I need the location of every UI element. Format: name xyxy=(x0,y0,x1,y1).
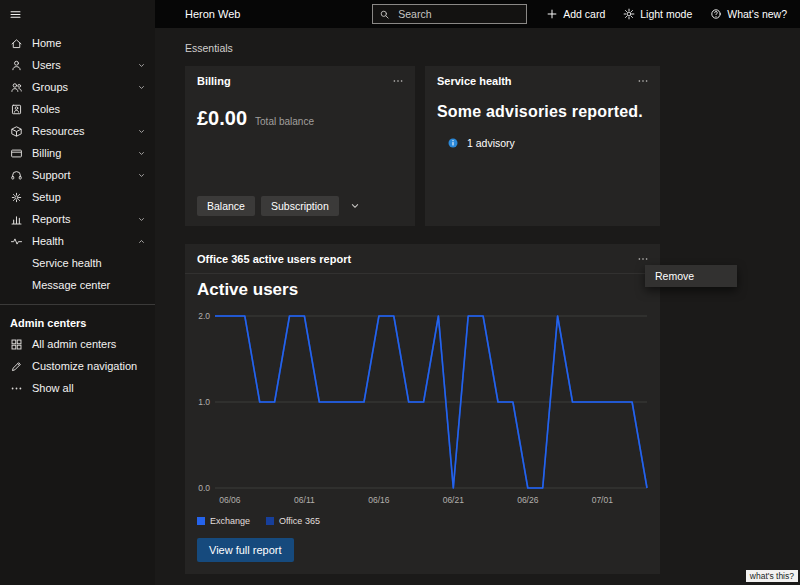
topbar-actions: Add cardLight modeWhat's new? xyxy=(537,0,796,28)
sidebar-item-label: Users xyxy=(32,59,61,71)
legend-item-office-365[interactable]: Office 365 xyxy=(266,516,320,526)
essentials-cards-row: Billing £0.00 Total balance Balance Subs… xyxy=(185,66,800,226)
sidebar-item-billing[interactable]: Billing xyxy=(0,142,155,164)
service-health-headline: Some advisories reported. xyxy=(425,95,660,121)
main-area: Heron Web Add cardLight modeWhat's new? … xyxy=(155,0,800,585)
sidebar-item-users[interactable]: Users xyxy=(0,54,155,76)
active-users-line-chart: 0.01.02.006/0606/1106/1606/2106/2607/01 xyxy=(195,308,650,508)
active-users-report-card: Office 365 active users report Remove Ac… xyxy=(185,244,660,574)
sidebar-item-setup[interactable]: Setup xyxy=(0,186,155,208)
more-options-icon xyxy=(637,75,649,87)
home-icon xyxy=(10,37,23,50)
svg-text:06/06: 06/06 xyxy=(219,495,241,505)
sidebar-item-customize-navigation[interactable]: Customize navigation xyxy=(0,355,155,377)
billing-card: Billing £0.00 Total balance Balance Subs… xyxy=(185,66,415,226)
sidebar-item-show-all[interactable]: Show all xyxy=(0,377,155,399)
sidebar-item-groups[interactable]: Groups xyxy=(0,76,155,98)
action-label: What's new? xyxy=(727,8,787,20)
search-box[interactable] xyxy=(372,4,527,24)
sidebar-item-reports[interactable]: Reports xyxy=(0,208,155,230)
report-card-title: Office 365 active users report xyxy=(197,253,351,265)
topbar: Heron Web Add cardLight modeWhat's new? xyxy=(155,0,800,28)
sidebar-item-roles[interactable]: Roles xyxy=(0,98,155,120)
legend-swatch xyxy=(197,517,205,525)
svg-text:1.0: 1.0 xyxy=(198,397,210,407)
essentials-section-label: Essentials xyxy=(185,42,800,54)
sidebar-item-label: Show all xyxy=(32,382,74,394)
sidebar-item-resources[interactable]: Resources xyxy=(0,120,155,142)
billing-card-actions: Balance Subscription xyxy=(197,196,365,216)
app-title: Heron Web xyxy=(155,8,240,20)
sidebar-item-label: Home xyxy=(32,37,61,49)
chevron-up-icon xyxy=(137,237,146,246)
chevron-down-icon xyxy=(349,200,361,212)
add-card-button[interactable]: Add card xyxy=(537,0,614,28)
people-icon xyxy=(10,81,23,94)
sidebar-item-health[interactable]: Health xyxy=(0,230,155,252)
resources-icon xyxy=(10,125,23,138)
chevron-down-icon xyxy=(137,61,146,70)
advisory-count-label: 1 advisory xyxy=(467,137,515,149)
dots-icon xyxy=(10,382,23,395)
question-icon xyxy=(710,8,722,20)
balance-button[interactable]: Balance xyxy=(197,196,255,216)
legend-item-exchange[interactable]: Exchange xyxy=(197,516,250,526)
billing-card-header: Billing xyxy=(185,66,415,95)
more-options-icon xyxy=(392,75,404,87)
sidebar-item-service-health[interactable]: Service health xyxy=(0,252,155,274)
sidebar-item-all-admin-centers[interactable]: All admin centers xyxy=(0,333,155,355)
setup-icon xyxy=(10,191,23,204)
chart-title: Active users xyxy=(197,280,648,300)
chevron-down-icon xyxy=(137,215,146,224)
sidebar-divider xyxy=(0,304,155,305)
sidebar-item-label: All admin centers xyxy=(32,338,116,350)
plus-icon xyxy=(546,8,558,20)
sidebar-item-label: Support xyxy=(32,169,71,181)
whats-this-badge[interactable]: what's this? xyxy=(746,570,798,582)
service-health-card-title: Service health xyxy=(437,75,512,87)
sidebar-item-message-center[interactable]: Message center xyxy=(0,274,155,296)
app-root: HomeUsersGroupsRolesResourcesBillingSupp… xyxy=(0,0,800,585)
billing-more-actions-button[interactable] xyxy=(345,196,365,216)
sun-icon xyxy=(623,8,635,20)
sidebar-item-label: Roles xyxy=(32,103,60,115)
sidebar-item-support[interactable]: Support xyxy=(0,164,155,186)
billing-balance-amount: £0.00 xyxy=(197,107,247,130)
what-s-new-button[interactable]: What's new? xyxy=(701,0,796,28)
dashboard-content: Essentials Billing £0.00 Total balance xyxy=(155,28,800,585)
remove-menu-item[interactable]: Remove xyxy=(645,265,737,287)
billing-amount-row: £0.00 Total balance xyxy=(185,95,415,130)
sidebar: HomeUsersGroupsRolesResourcesBillingSupp… xyxy=(0,0,155,585)
sidebar-item-label: Health xyxy=(32,235,64,247)
service-health-card-more-button[interactable] xyxy=(631,72,655,90)
menu-toggle-button[interactable] xyxy=(0,0,155,28)
sidebar-item-label: Reports xyxy=(32,213,71,225)
svg-text:06/11: 06/11 xyxy=(294,495,315,505)
chevron-down-icon xyxy=(137,171,146,180)
service-health-card: Service health Some advisories reported.… xyxy=(425,66,660,226)
view-full-report-button[interactable]: View full report xyxy=(197,538,294,562)
sidebar-item-label: Service health xyxy=(32,257,102,269)
report-card-header: Office 365 active users report xyxy=(185,244,660,274)
billing-icon xyxy=(10,147,23,160)
health-icon xyxy=(10,235,23,248)
billing-card-more-button[interactable] xyxy=(386,72,410,90)
card-context-menu: Remove xyxy=(645,265,737,287)
chevron-down-icon xyxy=(137,83,146,92)
svg-text:07/01: 07/01 xyxy=(592,495,614,505)
sidebar-item-home[interactable]: Home xyxy=(0,32,155,54)
service-health-card-header: Service health xyxy=(425,66,660,95)
billing-balance-caption: Total balance xyxy=(255,116,314,127)
action-label: Light mode xyxy=(640,8,692,20)
svg-text:06/26: 06/26 xyxy=(517,495,539,505)
light-mode-button[interactable]: Light mode xyxy=(614,0,701,28)
menu-icon xyxy=(9,8,22,21)
sidebar-item-label: Message center xyxy=(32,279,110,291)
search-input[interactable] xyxy=(396,7,520,21)
chart-legend: ExchangeOffice 365 xyxy=(197,516,648,526)
search-icon xyxy=(379,9,390,20)
roles-icon xyxy=(10,103,23,116)
advisory-row[interactable]: 1 advisory xyxy=(425,121,660,149)
sidebar-item-label: Groups xyxy=(32,81,68,93)
subscription-button[interactable]: Subscription xyxy=(261,196,339,216)
